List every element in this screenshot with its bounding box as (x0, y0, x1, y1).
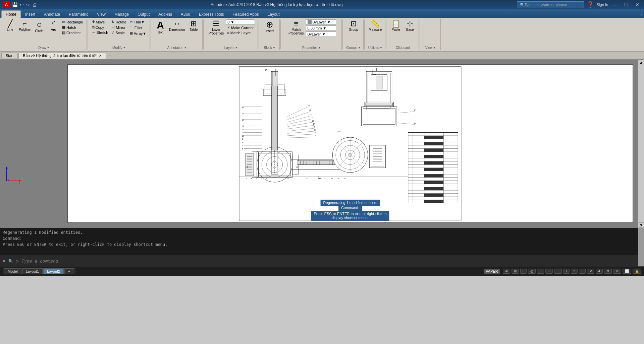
utilities-group-label[interactable]: Utilities▼ (368, 46, 382, 50)
layout2-tab[interactable]: Layout2 (43, 268, 64, 274)
otrack-btn[interactable]: ∞ (545, 269, 552, 274)
tab-output[interactable]: Output (133, 10, 154, 18)
lock-btn[interactable]: 🔒 (633, 269, 641, 274)
dimension-button[interactable]: ↔ Dimension (168, 19, 186, 32)
groups-expand-icon: ▼ (358, 46, 361, 49)
ortho-btn[interactable]: L (520, 269, 527, 274)
lineweight-dropdown[interactable]: 0.30 mm▼ (306, 25, 336, 31)
new-tab-button[interactable]: + (107, 52, 113, 59)
annotation-group-label[interactable]: Annotation▼ (167, 46, 187, 50)
tab-manage[interactable]: Manage (110, 10, 133, 18)
paste-button[interactable]: 📋 Paste (389, 19, 402, 32)
sign-in-button[interactable]: Sign In (597, 3, 608, 7)
groups-group-label[interactable]: Groups▼ (346, 46, 361, 50)
fillet-button[interactable]: ⌒ Fillet (128, 25, 148, 30)
transp-btn[interactable]: ○ (579, 269, 586, 274)
table-button[interactable]: ⊞ Table (187, 19, 200, 32)
tab-featured[interactable]: Featured Apps (228, 10, 263, 18)
tab-layout[interactable]: Layout (263, 10, 284, 18)
match-properties-button[interactable]: ≡ MatchProperties (287, 19, 305, 36)
text-button[interactable]: A Text (154, 19, 167, 35)
line-button[interactable]: ╱ Line (3, 19, 17, 32)
vertical-scrollbar[interactable]: ▲ ▼ (638, 60, 644, 228)
scale-button[interactable]: ⤢ Scale (110, 30, 127, 35)
bylayer-color-dropdown[interactable]: ByLayer▼ (306, 19, 336, 25)
dyn-btn[interactable]: + (563, 269, 570, 274)
tab-a360[interactable]: A360 (176, 10, 195, 18)
polar-btn[interactable]: ◎ (528, 269, 536, 274)
move-button[interactable]: ✛ Move (91, 19, 110, 24)
polyline-button[interactable]: ⌐ Polyline (17, 19, 32, 32)
grid-btn[interactable]: ⊞ (512, 269, 519, 274)
base-button[interactable]: ⊹ Base (403, 19, 417, 32)
hatch-button[interactable]: ▦ Hatch (61, 25, 85, 30)
tab-insert[interactable]: Insert (21, 10, 40, 18)
ducs-btn[interactable]: ⊥ (554, 269, 562, 274)
drawing-canvas[interactable]: 13 12 11 10 9 8 7 6 14 15 16 (0, 60, 638, 228)
active-doc-tab[interactable]: Bản vẽ Hệ thống lái trợ lực điện từ trên… (18, 53, 106, 59)
group-button[interactable]: ⊡ Group (347, 19, 360, 32)
start-tab[interactable]: Start (1, 53, 18, 58)
close-button[interactable]: ✕ (633, 1, 641, 8)
copy-button[interactable]: ⧉ Copy (91, 25, 110, 30)
tab-parametric[interactable]: Parametric (64, 10, 93, 18)
doc-tab-close[interactable]: ✕ (99, 54, 102, 58)
scroll-up-button[interactable]: ▲ (639, 60, 644, 65)
isolate-btn[interactable]: 👁 (613, 269, 621, 274)
quick-access-save[interactable]: 💾 (12, 2, 18, 7)
properties-group-label[interactable]: Properties▼ (302, 46, 321, 50)
mirror-button[interactable]: ⊣ Mirror (110, 25, 127, 30)
block-group-label[interactable]: Block▼ (264, 46, 275, 50)
quick-access-redo[interactable]: ↪ (26, 2, 30, 7)
svg-text:29: 29 (287, 178, 289, 180)
make-current-button[interactable]: ✓ Make Current (226, 25, 255, 30)
workspace-dropdown[interactable]: ▪ (641, 13, 643, 17)
array-button[interactable]: ⊞ Array▼ (128, 31, 148, 36)
restore-button[interactable]: ❐ (622, 1, 631, 8)
cmd-close-btn[interactable]: ✕ (3, 259, 6, 263)
layers-group-label[interactable]: Layers▼ (224, 46, 238, 50)
lw-btn[interactable]: ≡ (571, 269, 578, 274)
layer-dropdown[interactable]: 0▼ (226, 19, 255, 25)
tab-addins[interactable]: Add-ins (154, 10, 176, 18)
rectangle-button[interactable]: ▭ Rectangle (61, 19, 85, 24)
osnap-btn[interactable]: ∩ (537, 269, 544, 274)
stretch-icon: ↔ (92, 30, 96, 35)
command-input-field[interactable] (21, 259, 635, 264)
keyword-search-box[interactable]: 🔍 Type a keyword or phrase (517, 1, 584, 8)
match-layer-button[interactable]: ≡ Match Layer (226, 30, 255, 35)
tab-annotate[interactable]: Annotate (40, 10, 64, 18)
view-group-label[interactable]: View▼ (425, 46, 436, 50)
snap-btn[interactable]: ⊕ (503, 269, 510, 274)
stretch-button[interactable]: ↔ Stretch (91, 30, 110, 35)
gradient-button[interactable]: ▤ Gradient (61, 30, 85, 35)
linetype-dropdown[interactable]: ByLayer▼ (306, 31, 336, 37)
quick-access-print[interactable]: 🖨 (32, 2, 37, 7)
circle-button[interactable]: ○ Circle (33, 19, 46, 33)
sel-btn[interactable]: ↗ (587, 269, 594, 274)
tab-express[interactable]: Express Tools (195, 10, 228, 18)
ws-btn[interactable]: ⚙ (604, 269, 612, 274)
clipboard-group-label[interactable]: Clipboard (396, 46, 410, 50)
insert-button[interactable]: ⊕ Insert (263, 19, 276, 33)
layer-properties-button[interactable]: ☰ LayerProperties (207, 19, 225, 36)
minimize-button[interactable]: — (611, 1, 620, 8)
command-input-area[interactable]: ✕ 🔍 ▷ (0, 255, 638, 267)
tab-view[interactable]: View (93, 10, 110, 18)
rotate-button[interactable]: ↻ Rotate (110, 19, 127, 24)
layout1-tab[interactable]: Layout1 (22, 268, 43, 274)
tab-home[interactable]: Home (1, 10, 21, 18)
add-layout-tab[interactable]: + (64, 268, 74, 274)
measure-button[interactable]: 📏 Measure (367, 19, 383, 32)
draw-group-label[interactable]: Draw▼ (38, 46, 49, 50)
help-icon[interactable]: ❓ (587, 1, 594, 8)
modify-group-label[interactable]: Modify▼ (112, 46, 125, 50)
quick-access-undo[interactable]: ↩ (20, 2, 24, 7)
drawing-viewport[interactable]: 13 12 11 10 9 8 7 6 14 15 16 (67, 64, 633, 223)
graph-btn[interactable]: 📊 (623, 269, 631, 274)
arc-button[interactable]: ◜ Arc (47, 19, 60, 32)
trim-button[interactable]: ✂ Trim▼ (128, 19, 148, 24)
anno-btn[interactable]: A (596, 269, 603, 274)
model-tab[interactable]: Model (4, 268, 21, 274)
scroll-down-button[interactable]: ▼ (639, 222, 644, 228)
